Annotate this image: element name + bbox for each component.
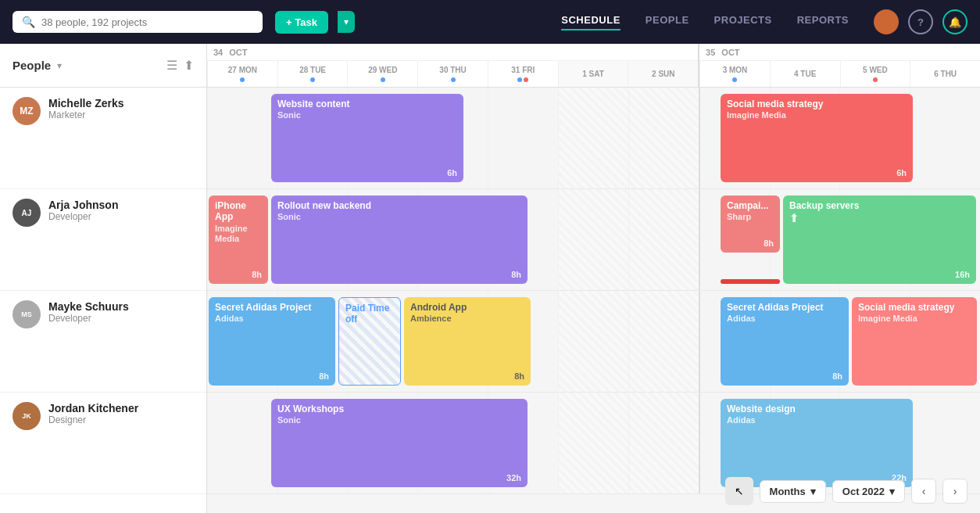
task-hours: 8h (514, 371, 524, 381)
week-35: 35 OCT 3 MON 4 TUE 5 WED (698, 44, 980, 87)
day-2-sun: 2 SUN (628, 61, 698, 87)
search-box[interactable]: 🔍 (13, 11, 263, 33)
next-arrow[interactable]: › (942, 479, 967, 504)
mayke-row: Secret Adidas Project Adidas 8h Paid Tim… (207, 291, 980, 393)
task-android-app[interactable]: Android App Ambience 8h (404, 297, 531, 386)
task-title: Android App (410, 302, 524, 313)
help-icon[interactable]: ? (908, 9, 933, 34)
day-label: 3 MON (723, 66, 748, 74)
week-35-days: 3 MON 4 TUE 5 WED 6 THU (699, 61, 980, 87)
calendar-area: 34 OCT 27 MON 28 TUE 29 WED (207, 44, 980, 513)
nav-reports[interactable]: REPORTS (797, 14, 849, 30)
task-social-media-michelle[interactable]: Social media strategy Imagine Media 6h (721, 94, 913, 182)
sidebar-title: People (13, 59, 51, 72)
cell-mayke-sat (558, 291, 628, 392)
day-4-tue: 4 TUE (770, 61, 840, 87)
day-label: 4 TUE (794, 70, 816, 78)
cursor-tool-button[interactable]: ↖ (725, 477, 753, 505)
task-hours: 8h (832, 371, 842, 381)
task-subtitle: Imagine Media (215, 224, 262, 244)
task-ux-workshops[interactable]: UX Workshops Sonic 32h (271, 399, 528, 487)
chevron-down-icon: ▾ (889, 486, 895, 497)
top-nav: 🔍 + Task ▾ SCHEDULE PEOPLE PROJECTS REPO… (0, 0, 980, 44)
date-label: Oct 2022 (842, 486, 885, 497)
task-website-content[interactable]: Website content Sonic 6h (271, 94, 463, 182)
person-row-arja: AJ Arja Johnson Developer (0, 189, 206, 291)
bottom-bar: ↖ Months ▾ Oct 2022 ▾ ‹ › (713, 469, 980, 513)
day-dots (517, 76, 528, 82)
task-title: UX Workshops (277, 404, 521, 414)
add-task-dropdown[interactable]: ▾ (338, 11, 355, 33)
task-subtitle: ⬆ (789, 212, 970, 225)
search-input[interactable] (41, 16, 253, 28)
day-label: 2 SUN (652, 70, 674, 78)
michelle-row: Website content Sonic 6h Social media st… (207, 88, 980, 189)
task-subtitle: Adidas (215, 314, 329, 324)
task-adidas-mayke-1[interactable]: Secret Adidas Project Adidas 8h (209, 297, 335, 386)
person-role-arja: Developer (48, 211, 118, 222)
person-name-mayke: Mayke Schuurs (48, 300, 129, 313)
week-34-days: 27 MON 28 TUE 29 WED 30 THU (207, 61, 698, 87)
avatar-arja: AJ (13, 199, 41, 227)
user-avatar[interactable] (874, 9, 899, 34)
day-5-wed: 5 WED (840, 61, 910, 87)
nav-icons: ? 🔔 (874, 9, 967, 34)
person-row-jordan: JK Jordan Kitchener Designer (0, 393, 206, 494)
add-task-button[interactable]: + Task (275, 11, 328, 34)
arja-row: iPhone App Imagine Media 8h Rollout new … (207, 189, 980, 291)
day-dot (381, 77, 385, 82)
day-label: 5 WED (863, 66, 888, 74)
list-icon[interactable]: ☰ (166, 58, 177, 73)
task-social-media-mayke[interactable]: Social media strategy Imagine Media (852, 297, 977, 386)
task-title: Paid Time off (345, 303, 394, 325)
week-number-35: 35 (706, 48, 715, 57)
avatar-mayke: MS (13, 300, 41, 328)
notification-icon[interactable]: 🔔 (942, 9, 967, 34)
date-dropdown[interactable]: Oct 2022 ▾ (832, 480, 905, 503)
nav-projects[interactable]: PROJECTS (714, 14, 772, 30)
cell-arja-sun (628, 189, 699, 290)
task-title: iPhone App (215, 200, 262, 223)
task-title: Website content (277, 99, 457, 109)
nav-people[interactable]: PEOPLE (646, 14, 689, 30)
task-title: Social media strategy (727, 99, 907, 109)
cell-mayke-sun (628, 291, 699, 392)
day-1-sat: 1 SAT (558, 61, 628, 87)
cell-arja-sat (558, 189, 628, 290)
months-label: Months (770, 486, 806, 497)
task-iphone-app[interactable]: iPhone App Imagine Media 8h (209, 196, 268, 284)
task-hours: 32h (506, 473, 521, 483)
task-hours: 8h (511, 270, 521, 279)
week-number-34: 34 (213, 48, 223, 57)
day-label: 28 TUE (299, 66, 326, 74)
day-30-thu: 30 THU (417, 61, 488, 87)
day-dot-blue (517, 77, 522, 82)
months-dropdown[interactable]: Months ▾ (760, 480, 826, 503)
task-title: Backup servers (789, 200, 970, 211)
task-subtitle: Sonic (277, 415, 521, 425)
task-backup-servers[interactable]: Backup servers ⬆ 16h (783, 196, 976, 284)
person-role-michelle: Marketer (48, 109, 124, 120)
person-name-arja: Arja Johnson (48, 199, 118, 211)
task-subtitle: Imagine Media (858, 314, 971, 324)
day-dot (451, 77, 456, 82)
week-34-label: 34 OCT (207, 44, 698, 61)
schedule-wrapper: People ▾ ☰ ⬆ MZ Michelle Zerks Marketer … (0, 44, 980, 513)
cell-michelle-6thu (910, 88, 980, 188)
task-paid-time-off[interactable]: Paid Time off (338, 297, 401, 386)
prev-arrow[interactable]: ‹ (911, 479, 936, 504)
chevron-down-icon[interactable]: ▾ (57, 60, 62, 71)
day-label: 30 THU (439, 66, 466, 74)
task-campaign-sharp[interactable]: Campai... Sharp 8h (721, 196, 780, 253)
task-rollout-backend[interactable]: Rollout new backend Sonic 8h (271, 196, 528, 284)
cursor-icon: ↖ (735, 485, 744, 497)
task-adidas-mayke-2[interactable]: Secret Adidas Project Adidas 8h (721, 297, 849, 386)
person-name-jordan: Jordan Kitchener (48, 402, 138, 414)
task-title: Social media strategy (858, 302, 971, 313)
nav-links: SCHEDULE PEOPLE PROJECTS REPORTS (561, 14, 849, 30)
nav-schedule[interactable]: SCHEDULE (561, 14, 621, 30)
cell-michelle-sun (628, 88, 699, 188)
task-title: Secret Adidas Project (727, 302, 842, 313)
sidebar-icons: ☰ ⬆ (166, 58, 194, 73)
export-icon[interactable]: ⬆ (184, 58, 194, 73)
